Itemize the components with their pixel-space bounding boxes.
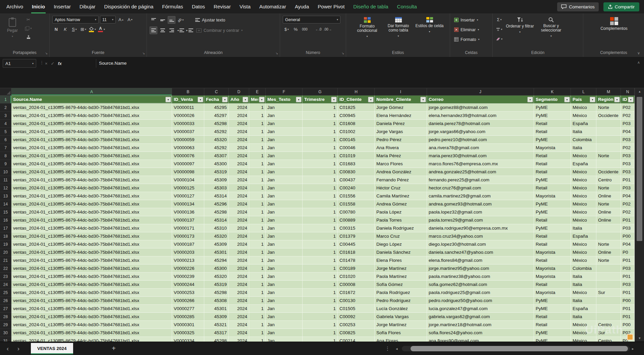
cell-L19[interactable]: México — [571, 240, 596, 248]
cell-K11[interactable]: PyME — [534, 176, 571, 184]
cell-D25[interactable]: 2024 — [229, 289, 249, 297]
cell-G20[interactable]: 1 — [303, 248, 338, 256]
header-cell-Nombre_Cliente[interactable]: Nombre_Cliente▾ — [375, 96, 427, 104]
cell-N5[interactable]: P04 — [621, 128, 635, 136]
cell-A17[interactable]: ventas_2024-01_c130fff5-8679-44dc-bd30-7… — [11, 224, 172, 232]
cell-E31[interactable]: 1 — [249, 337, 266, 342]
cell-F26[interactable]: Jan — [266, 297, 303, 305]
cell-M28[interactable] — [596, 313, 621, 321]
cell-E11[interactable]: 1 — [249, 176, 266, 184]
menu-tab-revisar[interactable]: Revisar — [209, 0, 235, 13]
cell-J7[interactable]: ana.rivera78@gmail.com — [427, 144, 534, 152]
header-cell-Segmento[interactable]: Segmento▾ — [534, 96, 571, 104]
cell-I28[interactable]: Gabriela Vargas — [375, 313, 427, 321]
cell-N3[interactable]: P02 — [621, 112, 635, 120]
increase-decimal-button[interactable]: ←.0 — [315, 25, 322, 33]
cell-A6[interactable]: ventas_2024-01_c130fff5-8679-44dc-bd30-7… — [11, 136, 172, 144]
cell-F8[interactable]: Jan — [266, 152, 303, 160]
cell-C13[interactable]: 45314 — [204, 192, 229, 200]
cell-J23[interactable]: paola.martinez38@yahoo.com — [427, 273, 534, 281]
cell-A23[interactable]: ventas_2024-01_c130fff5-8679-44dc-bd30-7… — [11, 273, 172, 281]
cell-D15[interactable]: 2024 — [229, 208, 249, 216]
cell-F31[interactable]: Jan — [266, 337, 303, 342]
format-cells-button[interactable]: Formato ▾ — [453, 35, 481, 44]
cell-C28[interactable]: 45309 — [204, 313, 229, 321]
cell-J28[interactable]: gabriela.vargas62@gmail.com — [427, 313, 534, 321]
cell-F7[interactable]: Jan — [266, 144, 303, 152]
cell-C7[interactable]: 45292 — [204, 144, 229, 152]
cell-M8[interactable]: Norte — [596, 152, 621, 160]
cell-A28[interactable]: ventas_2024-01_c130fff5-8679-44dc-bd30-7… — [11, 313, 172, 321]
cell-K30[interactable]: PyME — [534, 329, 571, 337]
menu-tab-consulta[interactable]: Consulta — [393, 0, 421, 13]
cell-M13[interactable]: Online — [596, 192, 621, 200]
filter-icon[interactable]: ▾ — [296, 97, 302, 102]
row-header-29[interactable]: 29 — [0, 321, 11, 329]
cell-N12[interactable]: P03 — [621, 184, 635, 192]
cut-button[interactable]: ✂ — [24, 16, 32, 23]
cell-D24[interactable]: 2024 — [229, 281, 249, 289]
cell-K13[interactable]: Mayorista — [534, 192, 571, 200]
cell-I10[interactable]: Andrea González — [375, 168, 427, 176]
cell-B7[interactable]: V0000063 — [172, 144, 204, 152]
confirm-entry-button[interactable]: ✓ — [51, 61, 55, 66]
cell-K20[interactable]: Mayorista — [534, 248, 571, 256]
filter-icon[interactable]: ▾ — [368, 97, 374, 102]
cell-D6[interactable]: 2024 — [229, 136, 249, 144]
cell-B19[interactable]: V0000187 — [172, 240, 204, 248]
cell-F10[interactable]: Jan — [266, 168, 303, 176]
column-header-M[interactable]: M — [596, 88, 621, 96]
cell-F20[interactable]: Jan — [266, 248, 303, 256]
menu-tab-archivo[interactable]: Archivo — [2, 0, 28, 13]
cell-L22[interactable]: Colombia — [571, 264, 596, 273]
cell-I26[interactable]: Pedro Rodríguez — [375, 297, 427, 305]
filter-icon[interactable]: ▾ — [420, 97, 426, 102]
align-middle-button[interactable] — [159, 16, 166, 24]
cell-B8[interactable]: V0000076 — [172, 152, 204, 160]
cell-F2[interactable]: Jan — [266, 104, 303, 112]
cell-G18[interactable]: 1 — [303, 232, 338, 240]
cell-H26[interactable]: C00130 — [338, 297, 375, 305]
cell-D3[interactable]: 2024 — [229, 112, 249, 120]
cell-C25[interactable]: 45298 — [204, 289, 229, 297]
cell-H14[interactable]: C01558 — [338, 200, 375, 208]
vertical-scroll-thumb[interactable] — [637, 97, 642, 241]
cell-D27[interactable]: 2024 — [229, 305, 249, 313]
header-cell-Mes_Texto[interactable]: Mes_Texto▾ — [266, 96, 303, 104]
cell-N18[interactable]: P00 — [621, 232, 635, 240]
menu-tab-automatizar[interactable]: Automatizar — [255, 0, 290, 13]
column-header-B[interactable]: B — [172, 88, 204, 96]
cell-B14[interactable]: V0000134 — [172, 200, 204, 208]
cell-E26[interactable]: 1 — [249, 297, 266, 305]
cell-I29[interactable]: Jorge Martínez — [375, 321, 427, 329]
cell-I4[interactable]: Daniela Pérez — [375, 120, 427, 128]
filter-icon[interactable]: ▾ — [590, 97, 595, 102]
cell-C20[interactable]: 45301 — [204, 248, 229, 256]
cell-L6[interactable]: Colombia — [571, 136, 596, 144]
cell-A30[interactable]: ventas_2024-01_c130fff5-8679-44dc-bd30-7… — [11, 329, 172, 337]
cell-E24[interactable]: 1 — [249, 281, 266, 289]
cell-C4[interactable]: 45298 — [204, 120, 229, 128]
cell-H31[interactable]: C00214 — [338, 337, 375, 342]
row-header-13[interactable]: 13 — [0, 192, 11, 200]
cell-E16[interactable]: 1 — [249, 216, 266, 224]
cell-E20[interactable]: 1 — [249, 248, 266, 256]
filter-icon[interactable]: ▾ — [222, 97, 228, 102]
column-header-N[interactable]: N — [621, 88, 635, 96]
cell-J14[interactable]: andrea.gomez93@hotmail.com — [427, 200, 534, 208]
decrease-decimal-button[interactable]: .00→ — [324, 25, 332, 33]
cell-B17[interactable]: V0000171 — [172, 224, 204, 232]
cell-A31[interactable]: ventas_2024-01_c130fff5-8679-44dc-bd30-7… — [11, 337, 172, 342]
cell-G16[interactable]: 1 — [303, 216, 338, 224]
cell-K6[interactable]: PyME — [534, 136, 571, 144]
sheet-tab-ventas-2024[interactable]: VENTAS 2024 — [31, 343, 73, 354]
cell-A15[interactable]: ventas_2024-01_c130fff5-8679-44dc-bd30-7… — [11, 208, 172, 216]
header-cell-Correo[interactable]: Correo▾ — [427, 96, 534, 104]
cell-M27[interactable] — [596, 305, 621, 313]
cell-D10[interactable]: 2024 — [229, 168, 249, 176]
cell-K25[interactable]: Mayorista — [534, 289, 571, 297]
cell-M9[interactable] — [596, 160, 621, 168]
cell-E30[interactable]: 1 — [249, 329, 266, 337]
cell-C18[interactable]: 45320 — [204, 232, 229, 240]
cell-D9[interactable]: 2024 — [229, 160, 249, 168]
